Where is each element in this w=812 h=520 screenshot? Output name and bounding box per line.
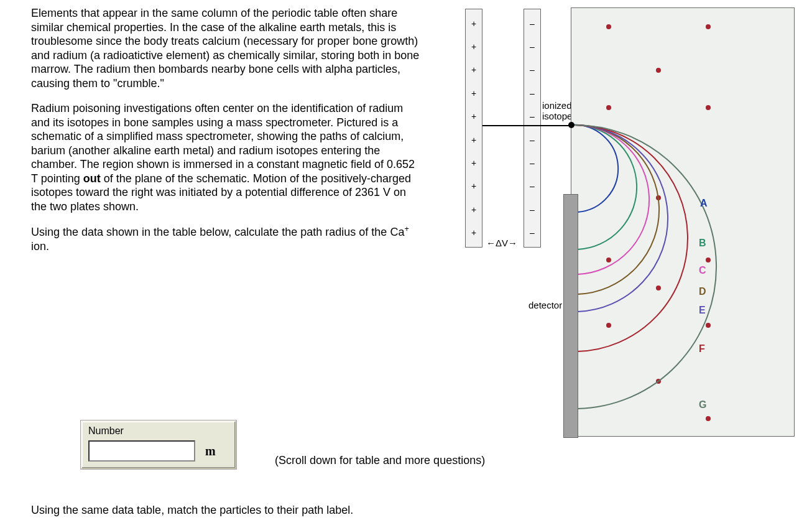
svg-point-10 xyxy=(706,323,711,328)
chamber-svg xyxy=(571,8,795,437)
path-label-b: B xyxy=(699,238,706,249)
minus-icon: – xyxy=(530,228,535,237)
svg-point-7 xyxy=(706,258,711,262)
answer-unit: m xyxy=(205,444,216,458)
answer-label: Number xyxy=(88,425,229,437)
paragraph-3: Using the data shown in the table below,… xyxy=(31,225,423,253)
minus-icon: – xyxy=(530,42,535,51)
minus-icon: – xyxy=(530,182,535,190)
paragraph-1: Elements that appear in the same column … xyxy=(31,6,423,90)
ion-path-line xyxy=(482,125,572,126)
svg-point-6 xyxy=(606,258,611,262)
path-c xyxy=(571,125,649,274)
svg-point-4 xyxy=(706,105,711,110)
path-a xyxy=(571,125,618,212)
minus-icon: – xyxy=(530,159,535,167)
svg-point-3 xyxy=(606,105,611,110)
path-e xyxy=(571,125,668,312)
minus-icon: – xyxy=(530,19,535,28)
svg-point-2 xyxy=(656,68,661,73)
plus-icon: + xyxy=(471,65,476,74)
delta-v-label: ←ΔV→ xyxy=(486,238,517,248)
plus-icon: + xyxy=(471,89,476,98)
plus-icon: + xyxy=(471,42,476,51)
minus-icon: – xyxy=(530,136,535,144)
minus-icon: – xyxy=(530,65,535,74)
match-question: Using the same data table, match the par… xyxy=(31,504,353,517)
path-label-g: G xyxy=(699,399,706,411)
paragraph-2: Radium poisoning investigations often ce… xyxy=(31,101,423,213)
problem-text: Elements that appear in the same column … xyxy=(31,6,423,264)
plus-icon: + xyxy=(471,112,476,121)
detector-label: detector xyxy=(528,300,562,310)
detector-bar xyxy=(563,194,578,438)
plus-icon: + xyxy=(471,159,476,167)
plus-icon: + xyxy=(471,19,476,28)
path-label-e: E xyxy=(699,305,706,316)
svg-point-9 xyxy=(606,323,611,328)
path-label-f: F xyxy=(699,343,705,355)
minus-icon: – xyxy=(530,205,535,214)
mass-spectrometer-diagram: + + + + + + + + + + – – – – – – – – – – … xyxy=(460,7,802,443)
svg-point-8 xyxy=(656,286,661,290)
ionized-isotope-label: ionized isotope xyxy=(542,101,572,121)
minus-icon: – xyxy=(530,112,535,121)
plus-icon: + xyxy=(471,182,476,190)
chamber xyxy=(571,7,795,437)
plus-icon: + xyxy=(471,228,476,237)
ion-dot-icon xyxy=(568,122,574,128)
path-label-d: D xyxy=(699,286,706,297)
answer-box: Number m xyxy=(81,420,236,469)
svg-point-12 xyxy=(706,416,711,421)
minus-icon: – xyxy=(530,89,535,98)
svg-point-0 xyxy=(606,24,611,29)
plus-icon: + xyxy=(471,205,476,214)
negative-plate: – – – – – – – – – – xyxy=(524,9,541,248)
svg-point-1 xyxy=(706,24,711,29)
path-g xyxy=(571,125,716,409)
plus-icon: + xyxy=(471,136,476,144)
scroll-note: (Scroll down for table and more question… xyxy=(275,454,485,467)
path-label-c: C xyxy=(699,265,706,276)
positive-plate: + + + + + + + + + + xyxy=(465,9,482,248)
path-label-a: A xyxy=(700,198,708,209)
answer-input[interactable] xyxy=(88,440,195,462)
